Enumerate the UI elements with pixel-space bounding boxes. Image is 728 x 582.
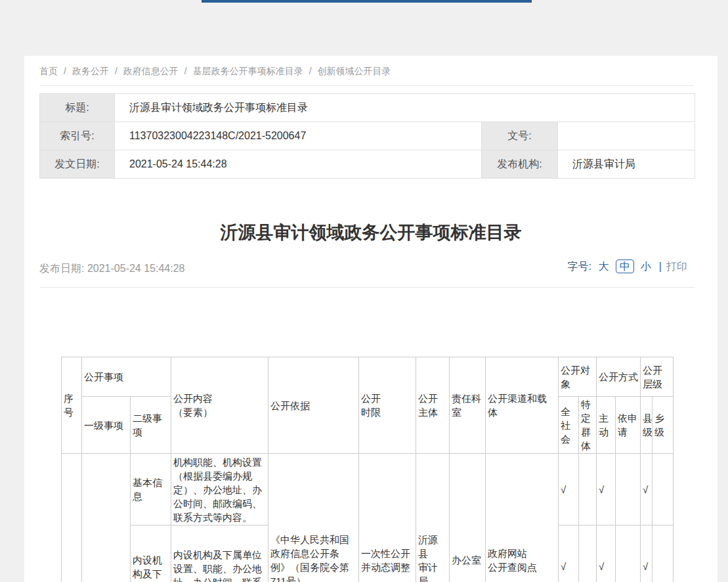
check-method-proactive: √ (597, 526, 616, 582)
cell-level1 (82, 454, 131, 582)
publish-date-value: 2021-05-24 15:44:28 (87, 263, 185, 274)
header-department: 责任科 室 (450, 357, 486, 454)
breadcrumb-divider (39, 85, 695, 86)
header-item-group: 公开事项 (82, 357, 171, 397)
breadcrumb-item-standard-catalog[interactable]: 基层政务公开事项标准目录 (193, 66, 303, 76)
header-basis: 公开依据 (268, 357, 359, 454)
meta-docno-label: 文号: (482, 122, 558, 150)
header-method: 公开方式 (597, 357, 641, 397)
cell-department: 办公室 (450, 454, 486, 582)
breadcrumb-item-gov-information-disclosure[interactable]: 政府信息公开 (123, 66, 179, 76)
header-method-proactive: 主 动 (597, 397, 616, 454)
cell-content: 机构职能、机构设置 （根据县委编办规 定）、办公地址、办 公时间、邮政编码、 联… (171, 454, 268, 526)
font-size-small-button[interactable]: 小 (641, 261, 651, 272)
header-content: 公开内容 （要素） (171, 357, 268, 454)
font-size-widget: 字号:大中小|打印 (567, 260, 687, 274)
publish-date: 发布日期: 2021-05-24 15:44:28 (39, 262, 184, 276)
font-size-large-button[interactable]: 大 (599, 261, 609, 272)
cell-level2: 基本信 息 (131, 454, 171, 526)
meta-title-value: 沂源县审计领域政务公开事项标准目录 (115, 94, 695, 122)
catalog-row-basic-info: 基本信 息 机构职能、机构设置 （根据县委编办规 定）、办公地址、办 公时间、邮… (62, 454, 674, 526)
breadcrumb-item-innovation-catalog[interactable]: 创新领域公开目录 (318, 66, 391, 76)
meta-date-label: 发文日期: (40, 150, 115, 179)
check-level-county: √ (641, 526, 653, 582)
header-level-township: 乡 级 (653, 397, 674, 454)
content-panel: 首页/政务公开/政府信息公开/基层政务公开事项标准目录/创新领域公开目录 标题:… (24, 56, 717, 582)
cell-channel: 政府网站 公开查阅点 (486, 454, 559, 582)
header-level1-item: 一级事项 (82, 397, 131, 454)
meta-org-value: 沂源县审计局 (558, 150, 695, 179)
header-level-county: 县 级 (641, 397, 653, 454)
meta-row-index: 索引号: 11370323004223148C/2021-5200647 文号: (40, 122, 695, 150)
breadcrumb-item-home[interactable]: 首页 (39, 66, 58, 76)
breadcrumb-separator: / (64, 66, 66, 76)
meta-docno-value (558, 122, 695, 150)
header-level: 公开 层级 (641, 357, 674, 397)
meta-org-label: 发布机构: (482, 150, 558, 179)
check-level-county: √ (641, 454, 653, 526)
cell-subject: 沂源县 审计局 (416, 454, 450, 582)
meta-title-label: 标题: (40, 94, 115, 122)
check-audience-specific (579, 454, 597, 526)
header-channel: 公开渠道和载 体 (486, 357, 559, 454)
font-size-divider: | (659, 261, 662, 272)
check-method-proactive: √ (597, 454, 616, 526)
print-button[interactable]: 打印 (666, 261, 687, 272)
breadcrumb: 首页/政务公开/政府信息公开/基层政务公开事项标准目录/创新领域公开目录 (39, 64, 391, 78)
header-subject: 公开 主体 (416, 357, 450, 454)
header-divider (39, 287, 695, 288)
breadcrumb-separator: / (309, 66, 312, 76)
publish-date-label: 发布日期: (39, 263, 84, 274)
cell-time-limit: 一次性公开 并动态调整 (359, 454, 416, 582)
document-meta-table: 标题: 沂源县审计领域政务公开事项标准目录 索引号: 1137032300422… (39, 93, 695, 179)
breadcrumb-separator: / (115, 66, 118, 76)
check-audience-all: √ (559, 526, 579, 582)
meta-index-value: 11370323004223148C/2021-5200647 (115, 122, 482, 150)
top-nav-accent-bar (202, 0, 532, 3)
check-method-on-request (616, 454, 641, 526)
cell-basis: 《中华人民共和国 政府信息公开条 例》（国务院令第 711号） (268, 454, 359, 582)
breadcrumb-separator: / (184, 66, 187, 76)
font-size-label: 字号: (567, 261, 591, 272)
check-audience-specific (579, 526, 597, 582)
header-method-on-request: 依申 请 (616, 397, 641, 454)
check-audience-all: √ (559, 454, 579, 526)
disclosure-catalog-table: 序 号 公开事项 公开内容 （要素） 公开依据 公开 时限 公开 主体 责任科 … (61, 357, 674, 582)
meta-index-label: 索引号: (40, 122, 115, 150)
cell-level2: 内设机 构及下 属事业 单位 (131, 526, 171, 582)
header-serial: 序 号 (62, 357, 82, 454)
meta-date-value: 2021-05-24 15:44:28 (115, 150, 482, 179)
header-audience-all: 全社 会 (559, 397, 579, 454)
header-time-limit: 公开 时限 (359, 357, 416, 454)
catalog-header-row-1: 序 号 公开事项 公开内容 （要素） 公开依据 公开 时限 公开 主体 责任科 … (62, 357, 674, 397)
breadcrumb-item-govinfo[interactable]: 政务公开 (72, 66, 109, 76)
check-level-township (653, 526, 674, 582)
meta-row-date: 发文日期: 2021-05-24 15:44:28 发布机构: 沂源县审计局 (40, 150, 695, 179)
header-audience-specific: 特 定 群 体 (579, 397, 597, 454)
meta-row-title: 标题: 沂源县审计领域政务公开事项标准目录 (40, 94, 695, 122)
header-level2-item: 二级事 项 (131, 397, 171, 454)
check-method-on-request (616, 526, 641, 582)
check-level-township (653, 454, 674, 526)
page-title: 沂源县审计领域政务公开事项标准目录 (24, 221, 717, 244)
font-size-medium-button[interactable]: 中 (616, 259, 634, 273)
header-audience: 公开对 象 (559, 357, 597, 397)
cell-serial (62, 454, 82, 582)
cell-content: 内设机构及下属单位 设置、职能、办公地 址、办公时间、联系 方式、负责人姓名等 … (171, 526, 268, 582)
